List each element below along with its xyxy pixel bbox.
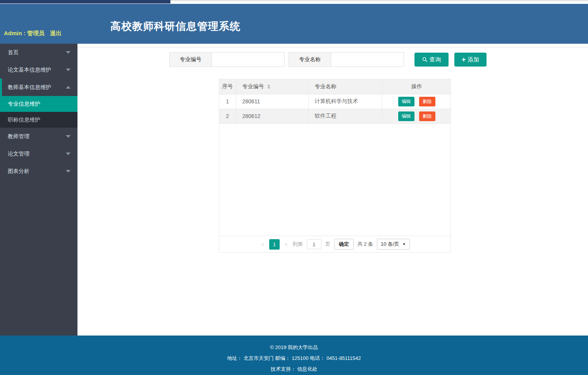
col-header-actions: 操作 bbox=[382, 79, 451, 94]
sidebar-item-major-info[interactable]: 专业信息维护 bbox=[0, 96, 77, 112]
page-unit-label: 页 bbox=[325, 241, 330, 248]
per-page-select[interactable]: 10 条/页 ▼ bbox=[377, 239, 410, 250]
sidebar-item-paper-base-info[interactable]: 论文基本信息维护 bbox=[0, 61, 77, 79]
col-header-index: 序号 bbox=[219, 79, 236, 94]
next-page-icon[interactable]: › bbox=[284, 240, 289, 248]
app-header: Admin : 管理员退出 高校教师科研信息管理系统 bbox=[0, 4, 588, 44]
query-button[interactable]: 查询 bbox=[414, 53, 449, 67]
major-code-search-group: 专业编号 bbox=[169, 52, 285, 67]
sidebar-item-chart-analysis[interactable]: 图表分析 bbox=[0, 163, 77, 180]
table-row: 2 280612 软件工程 编辑删除 bbox=[219, 109, 451, 123]
caret-down-icon: ▼ bbox=[402, 242, 406, 246]
pagination-bar: ‹ 1 › 到第 页 确定 共 2 条 10 条/页 ▼ bbox=[219, 236, 450, 252]
sidebar-item-teacher-mgmt[interactable]: 教师管理 bbox=[0, 128, 77, 145]
delete-button[interactable]: 删除 bbox=[419, 111, 435, 121]
page-number-button[interactable]: 1 bbox=[269, 239, 280, 250]
chevron-down-icon bbox=[66, 170, 70, 173]
top-strip-dark-segment bbox=[0, 0, 170, 3]
table-header-row: 序号 专业编号 专业名称 操作 bbox=[219, 79, 451, 94]
logout-link[interactable]: 退出 bbox=[50, 30, 62, 36]
col-header-name: 专业名称 bbox=[308, 79, 382, 94]
goto-page-input[interactable] bbox=[307, 239, 322, 249]
row-index: 1 bbox=[219, 94, 236, 109]
edit-button[interactable]: 编辑 bbox=[398, 97, 414, 106]
row-code: 280611 bbox=[236, 94, 308, 109]
chevron-up-icon bbox=[66, 86, 70, 89]
sidebar: 首页 论文基本信息维护 教师基本信息维护 专业信息维护 职称信息维护 教师管理 … bbox=[0, 44, 77, 336]
chevron-down-icon bbox=[66, 68, 70, 71]
footer-contact: 地址： 北京市天安门 邮编： 125100 电话： 0451-85111542 bbox=[0, 353, 588, 364]
edit-button[interactable]: 编辑 bbox=[398, 111, 414, 121]
search-icon bbox=[422, 57, 428, 62]
major-name-label: 专业名称 bbox=[289, 52, 331, 67]
sort-icon[interactable] bbox=[267, 84, 270, 89]
total-count-label: 共 2 条 bbox=[358, 241, 373, 248]
goto-label: 到第 bbox=[293, 241, 303, 248]
confirm-button[interactable]: 确定 bbox=[334, 239, 354, 250]
footer-copyright: © 2019 我的大学出品 bbox=[0, 342, 588, 353]
row-name: 计算机科学与技术 bbox=[308, 94, 382, 109]
sidebar-item-paper-mgmt[interactable]: 论文管理 bbox=[0, 145, 77, 163]
main-content: 专业编号 专业名称 查询 + 添加 序号 专业编号 专业名称 操作 bbox=[77, 44, 588, 336]
table-row: 1 280611 计算机科学与技术 编辑删除 bbox=[219, 94, 451, 109]
browser-top-strip bbox=[0, 0, 588, 4]
table-empty-area bbox=[219, 124, 450, 236]
major-name-input[interactable] bbox=[331, 52, 404, 67]
chevron-down-icon bbox=[66, 135, 70, 138]
admin-bar: Admin : 管理员退出 bbox=[4, 30, 62, 37]
major-code-label: 专业编号 bbox=[169, 52, 212, 67]
sidebar-item-title-info[interactable]: 职称信息维护 bbox=[0, 112, 77, 128]
major-code-input[interactable] bbox=[212, 52, 285, 67]
col-header-code: 专业编号 bbox=[236, 79, 308, 94]
row-index: 2 bbox=[219, 109, 236, 123]
sidebar-item-teacher-base-info[interactable]: 教师基本信息维护 bbox=[0, 79, 77, 96]
footer-support: 技术支持： 信息化处 bbox=[0, 364, 588, 375]
row-code: 280612 bbox=[236, 109, 308, 123]
admin-user-label: Admin : 管理员 bbox=[4, 30, 45, 36]
major-name-search-group: 专业名称 bbox=[289, 52, 404, 67]
sidebar-item-home[interactable]: 首页 bbox=[0, 44, 77, 61]
delete-button[interactable]: 删除 bbox=[419, 97, 435, 106]
chevron-down-icon bbox=[66, 152, 70, 155]
prev-page-icon[interactable]: ‹ bbox=[260, 240, 265, 248]
plus-icon: + bbox=[462, 56, 466, 63]
content-divider bbox=[77, 47, 588, 48]
add-button[interactable]: + 添加 bbox=[454, 53, 487, 67]
page-title: 高校教师科研信息管理系统 bbox=[110, 19, 241, 33]
row-name: 软件工程 bbox=[308, 109, 382, 123]
chevron-down-icon bbox=[66, 51, 70, 54]
major-table-container: 序号 专业编号 专业名称 操作 1 280611 计算机科学与技术 编辑删除 bbox=[219, 79, 451, 253]
page-footer: © 2019 我的大学出品 地址： 北京市天安门 邮编： 125100 电话： … bbox=[0, 336, 588, 375]
major-table: 序号 专业编号 专业名称 操作 1 280611 计算机科学与技术 编辑删除 bbox=[219, 79, 451, 124]
